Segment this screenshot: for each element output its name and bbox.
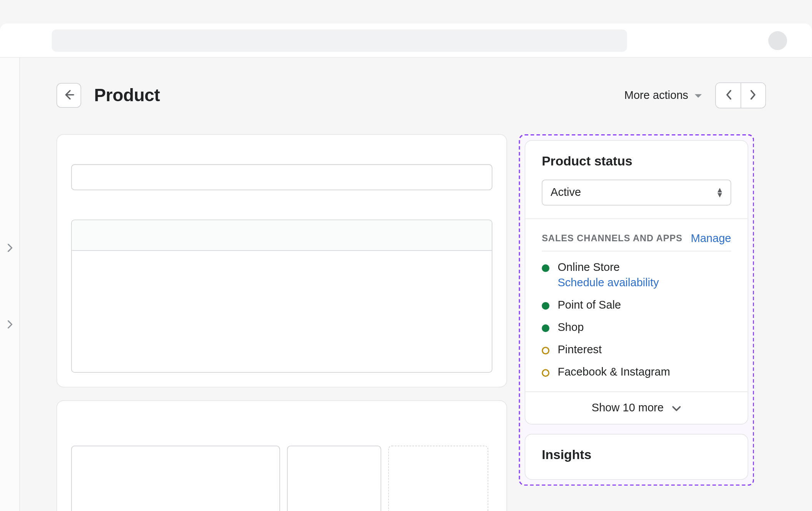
status-dot-pending-icon (542, 369, 549, 377)
manage-link[interactable]: Manage (691, 232, 731, 245)
description-editor (71, 220, 492, 373)
highlighted-region: Product status Active ▲▼ SALES CHANNELS … (519, 134, 754, 486)
channel-name: Online Store (557, 261, 659, 274)
chevron-right-icon[interactable] (7, 244, 13, 254)
next-button[interactable] (740, 83, 765, 108)
app-surface: Product More actions (0, 58, 812, 511)
media-thumb[interactable] (287, 446, 381, 511)
back-button[interactable] (57, 83, 81, 108)
title-description-card (57, 134, 507, 387)
media-row (71, 446, 492, 511)
main-column (57, 134, 507, 511)
avatar[interactable] (768, 31, 787, 50)
status-select[interactable]: Active ▲▼ (542, 180, 731, 205)
show-more-label: Show 10 more (592, 401, 664, 414)
arrow-left-icon (62, 88, 75, 103)
channel-name: Point of Sale (557, 299, 621, 312)
chevron-right-icon (750, 89, 757, 102)
page-title: Product (94, 85, 160, 105)
chevron-left-icon (725, 89, 732, 102)
pager (715, 82, 766, 108)
editor-toolbar[interactable] (72, 220, 492, 251)
insights-card: Insights (525, 434, 748, 480)
more-actions-button[interactable]: More actions (624, 89, 702, 102)
channel-item: Shop (542, 321, 731, 334)
channel-name: Facebook & Instagram (557, 366, 670, 379)
chevron-right-icon[interactable] (7, 320, 13, 331)
media-thumb[interactable] (71, 446, 280, 511)
side-column: Product status Active ▲▼ SALES CHANNELS … (519, 134, 754, 486)
schedule-availability-link[interactable]: Schedule availability (557, 276, 659, 289)
more-actions-label: More actions (624, 89, 688, 102)
channel-item: Point of Sale (542, 299, 731, 312)
header-actions: More actions (624, 82, 766, 108)
product-status-heading: Product status (542, 154, 731, 169)
columns: Product status Active ▲▼ SALES CHANNELS … (57, 134, 766, 511)
insights-heading: Insights (542, 448, 731, 463)
editor-body[interactable] (72, 251, 492, 372)
media-add-placeholder[interactable] (388, 446, 488, 511)
media-card (57, 400, 507, 511)
channel-item: Online Store Schedule availability (542, 261, 731, 289)
channels-subheading: SALES CHANNELS AND APPS (542, 233, 682, 244)
product-status-card: Product status Active ▲▼ SALES CHANNELS … (525, 140, 748, 424)
status-select-value: Active (551, 186, 581, 199)
prev-button[interactable] (716, 83, 740, 108)
top-bar (0, 23, 812, 58)
status-dot-active-icon (542, 302, 549, 310)
status-dot-active-icon (542, 264, 549, 272)
status-dot-active-icon (542, 324, 549, 332)
divider (542, 251, 731, 252)
left-rail (0, 58, 20, 511)
channel-name: Pinterest (557, 343, 602, 356)
page-header: Product More actions (57, 82, 766, 108)
select-sort-icon: ▲▼ (716, 188, 724, 197)
show-more-button[interactable]: Show 10 more (525, 391, 747, 424)
status-dot-pending-icon (542, 347, 549, 354)
title-input[interactable] (71, 164, 492, 190)
chevron-down-icon (672, 401, 681, 414)
channel-name: Shop (557, 321, 584, 334)
caret-down-icon (694, 89, 702, 102)
content-area: Product More actions (20, 58, 812, 511)
outer-background (0, 0, 812, 23)
search-bar-placeholder[interactable] (52, 29, 627, 52)
channel-item: Pinterest (542, 343, 731, 356)
channel-list: Online Store Schedule availability Point… (542, 261, 731, 379)
channel-item: Facebook & Instagram (542, 366, 731, 379)
